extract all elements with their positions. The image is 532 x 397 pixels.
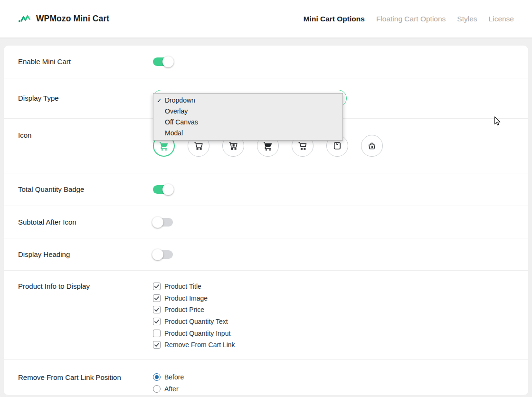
checkbox-box bbox=[153, 318, 161, 325]
total-quantity-badge-toggle[interactable] bbox=[153, 185, 173, 194]
setting-row-display-heading: Display Heading bbox=[4, 238, 528, 271]
total-quantity-badge-label: Total Quantity Badge bbox=[18, 185, 153, 194]
nav-styles[interactable]: Styles bbox=[457, 15, 477, 23]
checkbox-label: Product Quantity Text bbox=[164, 318, 228, 325]
nav-mini-cart-options[interactable]: Mini Cart Options bbox=[304, 15, 365, 23]
toggle-knob bbox=[162, 184, 174, 195]
checkbox-box bbox=[153, 306, 161, 313]
shopping-basket-icon bbox=[366, 140, 378, 151]
checkbox-box bbox=[153, 330, 161, 337]
icon-option-shopping-basket[interactable] bbox=[361, 135, 383, 157]
icon-label: Icon bbox=[18, 119, 153, 140]
cart-solid-icon bbox=[262, 140, 274, 151]
cart-trolley-icon bbox=[297, 140, 308, 151]
check-icon bbox=[154, 342, 160, 348]
check-icon bbox=[154, 295, 160, 301]
product-info-checkbox-list: Product Title Product Image Product Pric… bbox=[153, 271, 514, 351]
radio-circle bbox=[153, 385, 161, 393]
checkbox-label: Remove From Cart Link bbox=[164, 341, 235, 349]
radio-label: After bbox=[164, 385, 179, 393]
checkbox-box bbox=[153, 341, 161, 349]
settings-card: Enable Mini Cart Display Type Dropdown I… bbox=[4, 46, 528, 395]
checkbox-remove-from-cart-link[interactable]: Remove From Cart Link bbox=[153, 339, 235, 351]
check-icon bbox=[154, 307, 160, 312]
checkbox-label: Product Title bbox=[164, 283, 201, 290]
setting-row-product-info: Product Info to Display Product Title Pr… bbox=[4, 271, 528, 360]
radio-circle bbox=[153, 373, 161, 381]
display-type-dropdown-menu: Dropdown Overlay Off Canvas Modal bbox=[153, 93, 343, 141]
product-info-label: Product Info to Display bbox=[18, 271, 153, 291]
radio-before[interactable]: Before bbox=[153, 373, 184, 381]
cart-filled-icon bbox=[158, 140, 170, 151]
enable-mini-cart-toggle[interactable] bbox=[153, 57, 173, 66]
radio-label: Before bbox=[164, 373, 184, 381]
setting-row-subtotal-after-icon: Subtotal After Icon bbox=[4, 206, 528, 238]
check-icon bbox=[154, 319, 160, 324]
checkbox-label: Product Quantity Input bbox=[164, 330, 230, 337]
remove-link-position-label: Remove From Cart Link Position bbox=[18, 360, 153, 382]
checkbox-product-image[interactable]: Product Image bbox=[153, 293, 208, 304]
checkbox-box bbox=[153, 294, 161, 302]
checkbox-product-title[interactable]: Product Title bbox=[153, 281, 201, 293]
radio-after[interactable]: After bbox=[153, 385, 179, 393]
checkbox-product-quantity-input[interactable]: Product Quantity Input bbox=[153, 327, 230, 339]
enable-mini-cart-label: Enable Mini Cart bbox=[18, 57, 153, 66]
menu-option-modal[interactable]: Modal bbox=[153, 128, 342, 139]
radio-dot bbox=[155, 375, 159, 379]
checkbox-product-price[interactable]: Product Price bbox=[153, 304, 204, 316]
cart-outline-icon bbox=[193, 140, 204, 151]
shopping-bag-icon bbox=[332, 140, 343, 151]
cart-grid-icon bbox=[228, 140, 239, 151]
nav-floating-cart-options[interactable]: Floating Cart Options bbox=[376, 15, 446, 23]
subtotal-after-icon-toggle[interactable] bbox=[153, 218, 173, 227]
menu-option-off-canvas[interactable]: Off Canvas bbox=[153, 117, 342, 128]
toggle-knob bbox=[152, 249, 163, 260]
setting-row-remove-link-position: Remove From Cart Link Position Before Af… bbox=[4, 360, 528, 395]
display-heading-toggle[interactable] bbox=[153, 250, 173, 259]
header: WPMozo Mini Cart Mini Cart Options Float… bbox=[0, 0, 532, 38]
top-nav: Mini Cart Options Floating Cart Options … bbox=[304, 15, 514, 23]
page-title: WPMozo Mini Cart bbox=[36, 14, 109, 24]
subtotal-after-icon-label: Subtotal After Icon bbox=[18, 218, 153, 227]
checkbox-box bbox=[153, 283, 161, 290]
nav-license[interactable]: License bbox=[489, 15, 514, 23]
brand: WPMozo Mini Cart bbox=[18, 13, 109, 25]
setting-row-enable-mini-cart: Enable Mini Cart bbox=[4, 46, 528, 78]
display-heading-label: Display Heading bbox=[18, 250, 153, 259]
check-icon bbox=[154, 284, 160, 289]
menu-option-overlay[interactable]: Overlay bbox=[153, 106, 342, 117]
checkbox-label: Product Image bbox=[164, 294, 208, 302]
toggle-knob bbox=[152, 217, 163, 228]
setting-row-total-quantity-badge: Total Quantity Badge bbox=[4, 173, 528, 206]
checkbox-label: Product Price bbox=[164, 306, 204, 313]
menu-option-dropdown[interactable]: Dropdown bbox=[153, 95, 342, 106]
display-type-label: Display Type bbox=[18, 94, 153, 103]
toggle-knob bbox=[162, 56, 174, 67]
checkbox-product-quantity-text[interactable]: Product Quantity Text bbox=[153, 316, 228, 328]
remove-link-position-radio-group: Before After bbox=[153, 360, 514, 393]
wpmozo-logo-icon bbox=[18, 13, 31, 25]
